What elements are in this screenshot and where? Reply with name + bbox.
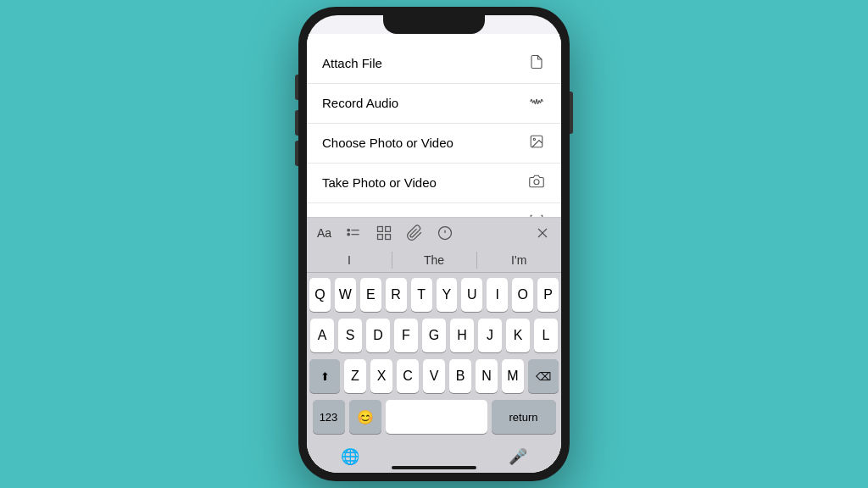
phone-device: Attach File Record Audio [298,7,570,481]
key-w[interactable]: W [335,278,356,312]
attach-file-label: Attach File [322,56,382,70]
key-row-3: ⬆ Z X C V B N M ⌫ [309,359,559,393]
key-m[interactable]: M [502,359,524,393]
key-f[interactable]: F [394,319,418,352]
menu-item-scan-documents[interactable]: Scan Documents [307,203,561,217]
pred-word-i[interactable]: I [307,248,392,272]
screen-content: Attach File Record Audio [307,34,561,473]
pred-word-the[interactable]: The [392,248,476,272]
key-g[interactable]: G [422,319,446,352]
key-s[interactable]: S [338,319,362,352]
globe-icon[interactable]: 🌐 [341,447,359,466]
key-u[interactable]: U [461,278,482,312]
svg-rect-23 [378,235,383,240]
svg-line-9 [542,99,543,102]
numbers-key[interactable]: 123 [313,400,345,434]
photo-icon [527,134,546,152]
close-icon[interactable] [534,225,551,241]
return-key[interactable]: return [492,400,556,434]
key-k[interactable]: K [506,319,530,352]
space-key[interactable] [386,400,487,434]
choose-photo-label: Choose Photo or Video [322,136,453,150]
key-j[interactable]: J [478,319,502,352]
predictive-bar: I The I'm [307,248,561,273]
formatting-toolbar: Aa [307,217,561,248]
file-icon [527,54,546,73]
pencil-icon[interactable] [437,225,453,241]
svg-rect-22 [386,227,391,232]
key-r[interactable]: R [386,278,407,312]
pred-word-im[interactable]: I'm [476,248,561,272]
key-l[interactable]: L [534,319,558,352]
key-i[interactable]: I [487,278,508,312]
key-n[interactable]: N [476,359,498,393]
phone-notch [383,15,485,34]
svg-point-17 [348,229,350,231]
svg-point-12 [534,179,539,184]
paperclip-icon[interactable] [406,225,423,241]
key-d[interactable]: D [366,319,390,352]
key-a[interactable]: A [310,319,334,352]
menu-item-take-photo[interactable]: Take Photo or Video [307,164,561,203]
home-indicator [392,466,476,469]
keyboard: Q W E R T Y U I O P A S D F G [307,273,561,444]
svg-rect-24 [386,235,391,240]
camera-icon [527,174,546,192]
key-h[interactable]: H [450,319,474,352]
backspace-key[interactable]: ⌫ [528,359,559,393]
key-t[interactable]: T [411,278,432,312]
key-row-bottom: 123 😊 return [309,400,559,434]
record-audio-label: Record Audio [322,96,398,110]
key-e[interactable]: E [360,278,381,312]
key-row-1: Q W E R T Y U I O P [309,278,559,312]
svg-point-19 [348,233,350,236]
key-o[interactable]: O [512,278,533,312]
svg-point-11 [533,138,535,140]
top-space [307,34,561,44]
font-size-button[interactable]: Aa [317,226,331,240]
menu-item-record-audio[interactable]: Record Audio [307,84,561,124]
take-photo-label: Take Photo or Video [322,175,437,190]
menu-item-choose-photo[interactable]: Choose Photo or Video [307,124,561,164]
audio-icon [527,94,546,113]
key-v[interactable]: V [423,359,445,393]
phone-screen: Attach File Record Audio [307,15,561,473]
key-b[interactable]: B [449,359,471,393]
emoji-key[interactable]: 😊 [349,400,381,434]
attachment-menu: Attach File Record Audio [307,44,561,217]
key-z[interactable]: Z [344,359,366,393]
key-p[interactable]: P [537,278,559,312]
menu-item-attach-file[interactable]: Attach File [307,44,561,84]
key-q[interactable]: Q [309,278,331,312]
list-icon[interactable] [345,225,362,241]
shift-key[interactable]: ⬆ [309,359,340,393]
key-y[interactable]: Y [437,278,458,312]
key-row-2: A S D F G H J K L [309,319,559,352]
grid-icon[interactable] [376,225,392,241]
mic-icon[interactable]: 🎤 [509,447,527,466]
key-c[interactable]: C [397,359,419,393]
key-x[interactable]: X [370,359,392,393]
svg-rect-21 [378,227,383,232]
